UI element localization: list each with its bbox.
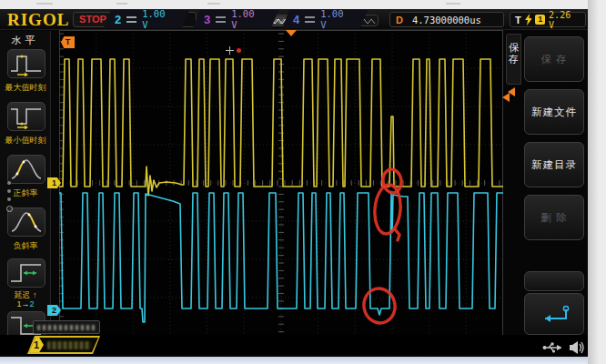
page-artifact [207, 3, 220, 5]
sidebar-item-fall-slope[interactable] [7, 207, 45, 237]
page-artifact [446, 3, 460, 5]
speaker-icon [569, 340, 584, 355]
delay-rise-icon [9, 260, 44, 286]
page-bottom-margin [0, 357, 588, 364]
dc-coupling-icon [216, 16, 226, 23]
page-top-margin [0, 0, 606, 9]
page-artifact [36, 3, 53, 5]
sidebar-item-sub: 1→2 [0, 299, 51, 308]
menu-tab-arrow-icon [508, 87, 515, 96]
waveform-svg [59, 30, 503, 336]
page-artifact [116, 3, 127, 5]
channel-4-number: 4 [293, 13, 299, 26]
softkey-back[interactable] [524, 293, 584, 335]
channel-2-scale: 1.00 V [142, 8, 177, 30]
softkey-new-file[interactable]: 新建文件 [524, 89, 584, 135]
dc-coupling-icon [126, 16, 136, 23]
usb-icon [542, 341, 561, 354]
page-right-margin [588, 0, 606, 364]
cursor-cross-icon [226, 46, 234, 55]
menu-page-indicator [5, 177, 13, 217]
channel-2-number: 2 [115, 13, 121, 26]
trigger-label: T [515, 15, 521, 25]
sidebar-item-max-time[interactable] [7, 49, 45, 78]
fall-slope-icon [9, 209, 44, 235]
softkey-blank[interactable] [524, 271, 584, 291]
menu-tab-save: 保 存 [506, 34, 521, 85]
waveform-display [59, 30, 503, 336]
channel-1-obscured-text [47, 341, 91, 349]
sidebar-title: 水平 [0, 34, 50, 47]
max-time-icon [9, 51, 44, 76]
rigol-logo: RIGOL [7, 10, 69, 30]
min-time-icon [9, 104, 44, 129]
measure-sidebar: 水平 最大值时刻 最小值时刻 [0, 31, 51, 337]
delay-readout[interactable]: D 4.73000000us [389, 12, 504, 27]
trigger-source-badge: 1 [535, 15, 545, 25]
sub-arrow: → [22, 299, 30, 308]
delay-value: 4.73000000us [412, 15, 481, 25]
sidebar-item-label: 最小值时刻 [0, 135, 51, 147]
dc-coupling-icon [305, 16, 315, 23]
system-status-icons [542, 340, 584, 355]
channel-3-chip[interactable]: 3 1.00 V [193, 10, 278, 28]
softkey-save[interactable]: 保 存 [524, 36, 584, 82]
sidebar-item-label: 负斜率 [0, 240, 51, 252]
rise-slope-icon [9, 157, 44, 182]
hint-popup [33, 320, 100, 334]
channel-4-scale: 1.00 V [320, 8, 355, 30]
softkey-new-folder[interactable]: 新建目录 [524, 142, 584, 187]
sub-to: 2 [30, 299, 35, 308]
delay-icon: D [396, 15, 403, 25]
sidebar-item-delay-rise[interactable] [7, 258, 45, 288]
return-arrow-icon [536, 303, 572, 325]
red-dot-annotation [237, 48, 241, 53]
trigger-level-value: 2.26 V [549, 10, 581, 30]
oscilloscope-screen: RIGOL STOP H 500ns 500MSa/s 6.00k pts T … [0, 9, 588, 357]
sidebar-item-rise-slope[interactable] [7, 155, 45, 184]
channel-3-scale: 1.00 V [231, 8, 266, 30]
softkey-delete[interactable]: 删 除 [524, 195, 584, 240]
channel-4-chip[interactable]: 4 1.00 V [282, 10, 368, 28]
channel-2-chip[interactable]: 2 1.00 V [104, 10, 189, 28]
delay-position-marker[interactable] [286, 30, 297, 36]
trigger-readout[interactable]: T 1 2.26 V [510, 12, 586, 27]
sidebar-item-min-time[interactable] [7, 102, 45, 131]
rising-edge-icon [525, 14, 532, 25]
channel-1-chip[interactable]: 1 [27, 336, 100, 354]
sidebar-item-label: 最大值时刻 [0, 82, 51, 94]
channel-3-number: 3 [204, 13, 210, 26]
